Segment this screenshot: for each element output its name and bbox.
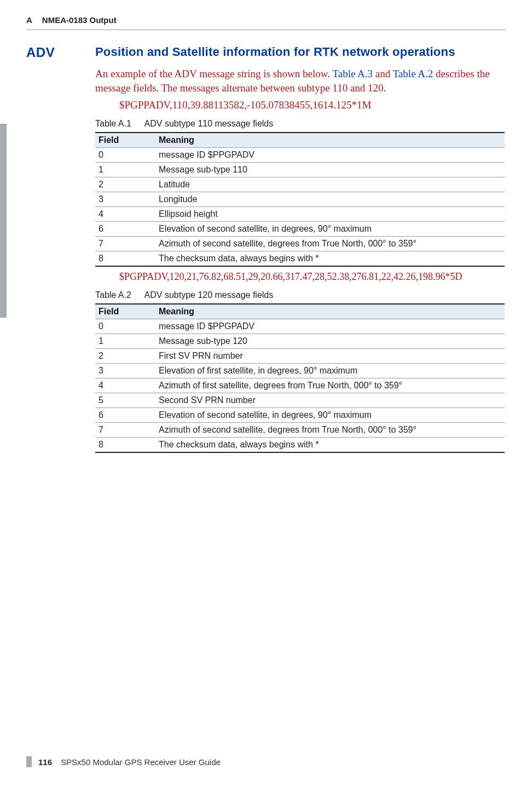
table-cell: 5 — [95, 393, 155, 408]
table-cell: Azimuth of first satellite, degrees from… — [155, 378, 505, 393]
table-cell: 4 — [95, 207, 155, 222]
table1-caption: Table A.1 ADV subtype 110 message fields — [95, 119, 505, 129]
sample-string-120: $PGPPADV,120,21,76.82,68.51,29,20.66,317… — [119, 271, 505, 283]
table-cell: 6 — [95, 222, 155, 237]
table-adv-120: Field Meaning 0message ID $PPGPADV1Messa… — [95, 303, 505, 453]
table-row: 7Azimuth of second satellite, degrees fr… — [95, 237, 505, 251]
table-row: 3Elevation of first satellite, in degree… — [95, 364, 505, 378]
table-row: 8The checksum data, always begins with * — [95, 438, 505, 453]
table-row: 1Message sub-type 110 — [95, 163, 505, 177]
table1-number: Table A.1 — [95, 119, 142, 129]
table2-number: Table A.2 — [95, 290, 142, 300]
page-header: A NMEA-0183 Output — [26, 13, 506, 30]
section-side-label: ADV — [26, 45, 55, 60]
section-title: Position and Satellite information for R… — [95, 45, 505, 59]
table2-col-field: Field — [95, 304, 155, 319]
table1-header-row: Field Meaning — [95, 133, 505, 148]
table-cell: 8 — [95, 438, 155, 453]
link-table-a2[interactable]: Table A.2 — [393, 68, 433, 79]
table2-header-row: Field Meaning — [95, 304, 505, 319]
table-cell: Azimuth of second satellite, degrees fro… — [155, 237, 505, 251]
publication-title: SPSx50 Modular GPS Receiver User Guide — [61, 757, 221, 767]
table-cell: 1 — [95, 334, 155, 349]
table-cell: Ellipsoid height — [155, 207, 505, 222]
table-cell: Longitude — [155, 192, 505, 207]
table-cell: Message sub-type 110 — [155, 163, 505, 177]
table-row: 0message ID $PPGPADV — [95, 319, 505, 334]
table-row: 3Longitude — [95, 192, 505, 207]
sample-string-110: $PGPPADV,110,39.88113582,-105.07838455,1… — [119, 99, 505, 111]
table-cell: The checksum data, always begins with * — [155, 251, 505, 267]
table-row: 6Elevation of second satellite, in degre… — [95, 408, 505, 423]
table-row: 0message ID $PPGPADV — [95, 148, 505, 163]
table-cell: Second SV PRN number — [155, 393, 505, 408]
table-cell: 2 — [95, 349, 155, 364]
table-cell: The checksum data, always begins with * — [155, 438, 505, 453]
table-row: 8The checksum data, always begins with * — [95, 251, 505, 267]
table-cell: message ID $PPGPADV — [155, 148, 505, 163]
table-cell: 0 — [95, 319, 155, 334]
table1-col-field: Field — [95, 133, 155, 148]
page-number: 116 — [38, 757, 52, 767]
intro-and: and — [373, 68, 393, 79]
table-adv-110: Field Meaning 0message ID $PPGPADV1Messa… — [95, 132, 505, 267]
table-cell: Elevation of second satellite, in degree… — [155, 222, 505, 237]
intro-paragraph: An example of the ADV message string is … — [95, 67, 505, 95]
table-cell: 8 — [95, 251, 155, 267]
table-row: 2First SV PRN number — [95, 349, 505, 364]
table-cell: 3 — [95, 364, 155, 378]
table-cell: 7 — [95, 237, 155, 251]
table-cell: Elevation of second satellite, in degree… — [155, 408, 505, 423]
table2-body: 0message ID $PPGPADV1Message sub-type 12… — [95, 319, 505, 453]
table-row: 4Azimuth of first satellite, degrees fro… — [95, 378, 505, 393]
page-root: A NMEA-0183 Output ADV Position and Sate… — [0, 0, 532, 787]
table-cell: 3 — [95, 192, 155, 207]
table-cell: Message sub-type 120 — [155, 334, 505, 349]
content-column: Position and Satellite information for R… — [95, 45, 505, 453]
table-cell: First SV PRN number — [155, 349, 505, 364]
table-row: 4Ellipsoid height — [95, 207, 505, 222]
table2-caption: Table A.2 ADV subtype 120 message fields — [95, 290, 505, 300]
footer-box-icon — [26, 756, 32, 767]
table-row: 5Second SV PRN number — [95, 393, 505, 408]
link-table-a3[interactable]: Table A.3 — [332, 68, 373, 79]
table2-caption-text: ADV subtype 120 message fields — [144, 290, 274, 300]
table2-col-meaning: Meaning — [155, 304, 505, 319]
table1-col-meaning: Meaning — [155, 133, 505, 148]
table-cell: 6 — [95, 408, 155, 423]
table-cell: 1 — [95, 163, 155, 177]
table-cell: 2 — [95, 177, 155, 192]
table-cell: 7 — [95, 423, 155, 438]
table-cell: Elevation of first satellite, in degrees… — [155, 364, 505, 378]
intro-pre: An example of the ADV message string is … — [95, 68, 332, 79]
chapter-letter: A — [26, 15, 32, 25]
table-cell: 0 — [95, 148, 155, 163]
side-tab — [0, 124, 7, 318]
page-footer: 116 SPSx50 Modular GPS Receiver User Gui… — [26, 756, 221, 767]
chapter-title: NMEA-0183 Output — [42, 15, 117, 25]
table-cell: message ID $PPGPADV — [155, 319, 505, 334]
table-row: 2Latitude — [95, 177, 505, 192]
table-row: 1Message sub-type 120 — [95, 334, 505, 349]
table-row: 7Azimuth of second satellite, degrees fr… — [95, 423, 505, 438]
table1-body: 0message ID $PPGPADV1Message sub-type 11… — [95, 148, 505, 267]
table1-caption-text: ADV subtype 110 message fields — [144, 119, 274, 128]
table-cell: Latitude — [155, 177, 505, 192]
table-row: 6Elevation of second satellite, in degre… — [95, 222, 505, 237]
table-cell: Azimuth of second satellite, degrees fro… — [155, 423, 505, 438]
table-cell: 4 — [95, 378, 155, 393]
